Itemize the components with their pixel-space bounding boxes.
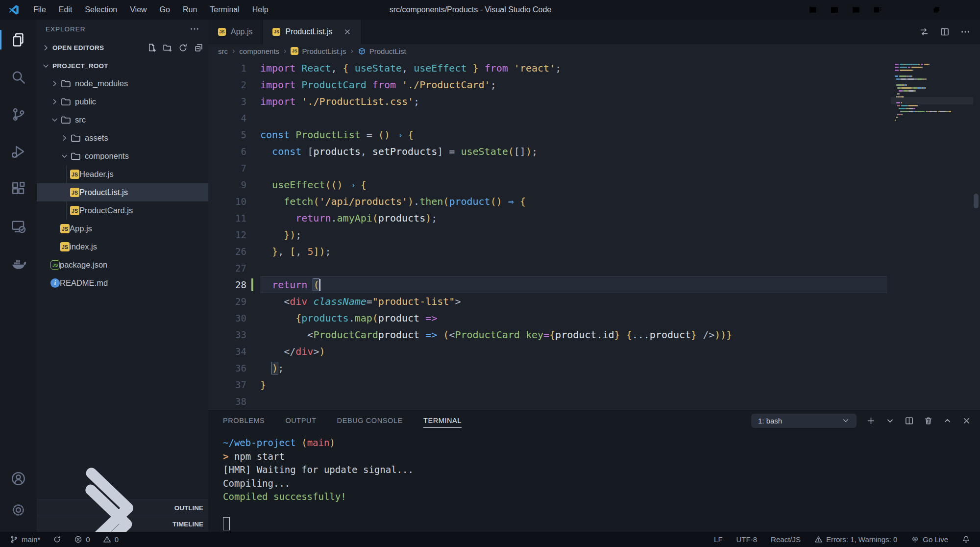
tree-item-App.js[interactable]: JSApp.js [37,220,208,238]
split-icon[interactable] [905,416,914,425]
status-go-live[interactable]: Go Live [911,535,948,544]
code-line-38[interactable]: 38 [208,393,980,409]
status-problems-summary[interactable]: Errors: 1, Warnings: 0 [814,535,897,544]
close-icon[interactable] [962,416,971,425]
activity-settings[interactable] [0,498,37,521]
more-actions-icon[interactable] [190,24,199,34]
panel-tab-debug-console[interactable]: DEBUG CONSOLE [337,410,403,431]
close-tab-icon[interactable] [343,28,351,36]
line-number[interactable]: 10 [208,196,246,207]
line-number[interactable]: 28 [208,279,246,290]
code-line-3[interactable]: 3import './ProductList.css'; [208,93,980,110]
line-number[interactable]: 26 [208,246,246,257]
line-number[interactable]: 3 [208,96,246,107]
menu-edit[interactable]: Edit [53,3,78,16]
code-line-4[interactable]: 4 [208,110,980,126]
activity-docker[interactable] [0,252,37,274]
layout-split-icon[interactable] [850,3,862,16]
status-sync[interactable] [53,535,61,544]
new-folder-icon[interactable] [163,43,172,52]
minimize-button[interactable] [900,3,912,16]
line-number[interactable]: 9 [208,179,246,190]
tree-item-ProductCard.js[interactable]: JSProductCard.js [37,201,208,220]
panel-tab-problems[interactable]: PROBLEMS [223,410,265,431]
trash-icon[interactable] [924,416,933,425]
code-line-11[interactable]: 11 return.amyApi(products); [208,210,980,226]
breadcrumb-item-components[interactable]: components [239,47,279,55]
line-number[interactable]: 34 [208,346,246,357]
more-icon[interactable] [960,27,970,37]
activity-source-control[interactable] [0,103,37,125]
project-root-section[interactable]: PROJECT_ROOT [37,57,208,75]
minimap[interactable] [895,63,969,124]
compare-icon[interactable] [919,27,929,37]
line-number[interactable]: 6 [208,146,246,157]
code-line-26[interactable]: 26 }, [, 5]); [208,243,980,260]
refresh-icon[interactable] [178,43,188,52]
chev-down-icon[interactable] [885,416,895,425]
menu-view[interactable]: View [124,3,152,16]
line-number[interactable]: 2 [208,79,246,90]
code-line-28[interactable]: 28 return ( [208,276,980,293]
status-notifications[interactable] [962,535,970,544]
editor-scrollbar[interactable] [974,194,979,208]
split-icon[interactable] [940,27,950,37]
code-line-6[interactable]: 6 const [products, setProducts] = useSta… [208,143,980,160]
panel-tab-terminal[interactable]: TERMINAL [423,410,462,431]
code-line-37[interactable]: 37} [208,376,980,393]
line-number[interactable]: 30 [208,313,246,323]
code-line-36[interactable]: 36 ); [208,360,980,376]
line-number[interactable]: 36 [208,363,246,373]
line-number[interactable]: 11 [208,213,246,224]
activity-accounts[interactable] [0,467,37,490]
status-language-mode[interactable]: React/JS [771,535,801,544]
layout-sidebar-icon[interactable] [807,3,819,16]
line-number[interactable]: 5 [208,129,246,140]
new-file-icon[interactable] [147,43,156,52]
terminal-shell-select[interactable]: 1: bash [751,414,857,428]
menu-run[interactable]: Run [177,3,203,16]
layout-panel-icon[interactable] [828,3,841,16]
line-number[interactable]: 38 [208,396,246,407]
line-number[interactable]: 1 [208,63,246,74]
menu-go[interactable]: Go [154,3,176,16]
line-number[interactable]: 12 [208,229,246,240]
minimap-viewport[interactable] [891,97,973,104]
line-number[interactable]: 7 [208,163,246,174]
code-line-29[interactable]: 29 <div className="product-list"> [208,293,980,310]
activity-search[interactable] [0,66,37,88]
code-line-12[interactable]: 12 }); [208,226,980,243]
code-line-9[interactable]: 9 useEffect(() ⇒ { [208,176,980,193]
status-error-count[interactable]: 0 [74,535,90,544]
code-line-5[interactable]: 5const ProductList = () ⇒ { [208,126,980,143]
tree-item-src[interactable]: src [37,111,208,129]
activity-explorer[interactable] [0,28,37,51]
timeline-section[interactable]: TIMELINE [37,516,208,532]
panel-tab-output[interactable]: OUTPUT [285,410,316,431]
tab-App.js[interactable]: JSApp.js [208,20,263,44]
code-line-1[interactable]: 1import React, { useState, useEffect } f… [208,60,980,76]
line-number[interactable]: 33 [208,329,246,340]
restore-button[interactable] [930,3,943,16]
code-line-33[interactable]: 33 <ProductCardproduct => (<ProductCard … [208,326,980,343]
tree-item-README.md[interactable]: iREADME.md [37,274,208,292]
menu-help[interactable]: Help [246,3,274,16]
menu-terminal[interactable]: Terminal [204,3,245,16]
tree-item-ProductList.js[interactable]: JSProductList.js [37,183,208,201]
code-line-7[interactable]: 7 [208,160,980,176]
line-number[interactable]: 37 [208,379,246,390]
status-eol[interactable]: LF [714,535,723,544]
breadcrumb-item-ProductList[interactable]: ProductList [358,47,406,55]
code-line-34[interactable]: 34 </div>) [208,343,980,360]
tree-item-public[interactable]: public [37,93,208,111]
activity-run-debug[interactable] [0,140,37,163]
activity-remote-explorer[interactable] [0,215,37,237]
menu-file[interactable]: File [27,3,52,16]
line-number[interactable]: 27 [208,263,246,274]
collapse-all-icon[interactable] [194,43,203,52]
breadcrumb-item-ProductList.js[interactable]: JSProductList.js [291,47,346,55]
tab-ProductList.js[interactable]: JSProductList.js [263,20,361,44]
code-line-27[interactable]: 27 [208,260,980,276]
terminal-output[interactable]: ~/web-project (main)> npm start[HMR] Wai… [208,431,980,530]
tree-item-components[interactable]: components [37,147,208,165]
